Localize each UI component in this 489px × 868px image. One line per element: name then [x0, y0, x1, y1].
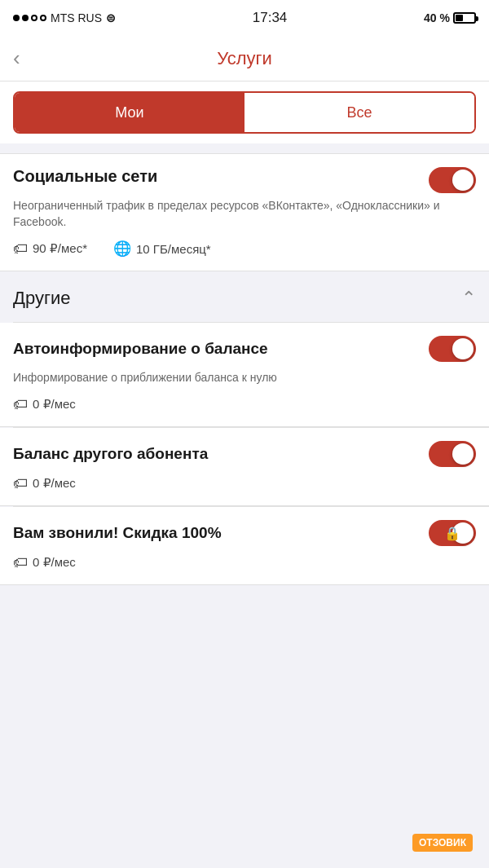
social-service-name: Социальные сети: [13, 167, 429, 186]
discount-price-icon: 🏷: [13, 554, 28, 571]
chevron-up-icon[interactable]: ⌃: [461, 288, 476, 309]
price-value: 90 ₽/мес*: [33, 241, 87, 256]
other-balance-card: Баланс другого абонента 🏷 0 ₽/мес: [0, 428, 489, 506]
content-area: Социальные сети Неограниченный трафик в …: [0, 153, 489, 585]
discount-card: Вам звонили! Скидка 100% 🔒 🏷 0 ₽/мес: [0, 507, 489, 585]
section-other-header: Другие ⌃: [0, 271, 489, 322]
social-service-header: Социальные сети: [13, 167, 476, 193]
auto-inform-card: Автоинформирование о балансе Информирова…: [0, 323, 489, 427]
auto-inform-header: Автоинформирование о балансе: [13, 336, 476, 362]
status-time: 17:34: [253, 10, 288, 26]
other-balance-toggle-knob: [452, 443, 474, 465]
auto-inform-desc: Информирование о приближении баланса к н…: [13, 370, 476, 386]
signal-dots: [13, 15, 46, 21]
other-balance-price-icon: 🏷: [13, 475, 28, 492]
dot4: [40, 15, 46, 21]
social-service-desc: Неограниченный трафик в пределах ресурсо…: [13, 198, 476, 230]
price-meta: 🏷 90 ₽/мес*: [13, 240, 87, 258]
auto-inform-toggle-knob: [452, 338, 474, 359]
auto-inform-toggle[interactable]: [429, 336, 476, 362]
other-balance-header: Баланс другого абонента: [13, 441, 476, 467]
battery-fill: [456, 15, 463, 21]
traffic-meta: 🌐 10 ГБ/месяц*: [113, 240, 211, 258]
discount-price-meta: 🏷 0 ₽/мес: [13, 554, 476, 571]
traffic-value: 10 ГБ/месяц*: [136, 242, 211, 256]
discount-toggle[interactable]: 🔒: [429, 520, 476, 546]
social-service-card: Социальные сети Неограниченный трафик в …: [0, 153, 489, 271]
dot2: [22, 15, 29, 21]
price-icon: 🏷: [13, 240, 28, 258]
auto-inform-price-meta: 🏷 0 ₽/мес: [13, 396, 476, 413]
auto-inform-price: 0 ₽/мес: [33, 397, 76, 412]
lock-icon: 🔒: [444, 525, 460, 540]
status-right: 40 %: [424, 11, 476, 24]
carrier-text: MTS RUS: [51, 11, 102, 24]
battery-percent: 40 %: [424, 11, 450, 24]
discount-header: Вам звонили! Скидка 100% 🔒: [13, 520, 476, 546]
battery-icon: [453, 12, 476, 24]
toggle-knob: [452, 170, 474, 191]
wifi-icon: ⊜: [106, 11, 116, 24]
other-balance-price-meta: 🏷 0 ₽/мес: [13, 475, 476, 492]
nav-bar: ‹ Услуги: [0, 36, 489, 82]
dot3: [31, 15, 37, 21]
tabs-container: Мои Все: [0, 82, 489, 143]
tabs: Мои Все: [13, 91, 476, 134]
auto-inform-price-icon: 🏷: [13, 396, 28, 413]
other-balance-toggle[interactable]: [429, 441, 476, 467]
discount-price: 0 ₽/мес: [33, 555, 76, 570]
globe-icon: 🌐: [113, 240, 131, 258]
page-title: Услуги: [217, 48, 272, 69]
other-balance-price: 0 ₽/мес: [33, 476, 76, 491]
dot1: [13, 15, 20, 21]
auto-inform-name: Автоинформирование о балансе: [13, 340, 429, 358]
other-balance-name: Баланс другого абонента: [13, 445, 429, 463]
tab-all[interactable]: Все: [244, 93, 474, 132]
social-service-toggle[interactable]: [429, 167, 476, 193]
status-left: MTS RUS ⊜: [13, 11, 116, 24]
section-other-title: Другие: [13, 288, 70, 309]
social-service-meta: 🏷 90 ₽/мес* 🌐 10 ГБ/месяц*: [13, 240, 476, 258]
watermark: ОТЗОВИК: [412, 834, 473, 852]
discount-name: Вам звонили! Скидка 100%: [13, 524, 429, 542]
tab-my[interactable]: Мои: [15, 93, 244, 132]
status-bar: MTS RUS ⊜ 17:34 40 %: [0, 0, 489, 36]
back-button[interactable]: ‹: [13, 46, 20, 71]
